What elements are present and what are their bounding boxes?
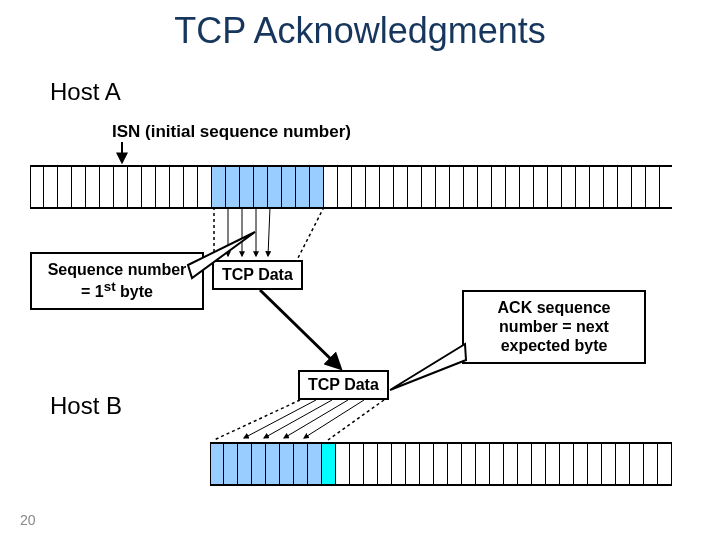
bytestream-host-a xyxy=(30,165,672,209)
seq-note-tail: byte xyxy=(116,284,153,301)
seq-number-callout: Sequence number = 1st byte xyxy=(30,252,204,310)
slide-title: TCP Acknowledgments xyxy=(0,10,720,52)
svg-line-8 xyxy=(260,290,340,368)
svg-line-10 xyxy=(328,400,384,440)
svg-marker-15 xyxy=(390,344,466,390)
svg-line-6 xyxy=(268,207,270,256)
isn-label: ISN (initial sequence number) xyxy=(112,122,351,142)
bytestream-host-b xyxy=(210,442,672,486)
svg-line-11 xyxy=(244,400,316,438)
tcp-data-box-1: TCP Data xyxy=(212,260,303,290)
svg-line-14 xyxy=(304,400,364,438)
svg-line-2 xyxy=(298,207,324,258)
host-b-label: Host B xyxy=(50,392,122,420)
slide-number: 20 xyxy=(20,512,36,528)
seq-note-sup: st xyxy=(104,279,116,294)
tcp-data-box-2: TCP Data xyxy=(298,370,389,400)
ack-callout: ACK sequence number = next expected byte xyxy=(462,290,646,364)
svg-line-9 xyxy=(214,400,300,440)
svg-line-12 xyxy=(264,400,332,438)
svg-line-13 xyxy=(284,400,348,438)
host-a-label: Host A xyxy=(50,78,121,106)
